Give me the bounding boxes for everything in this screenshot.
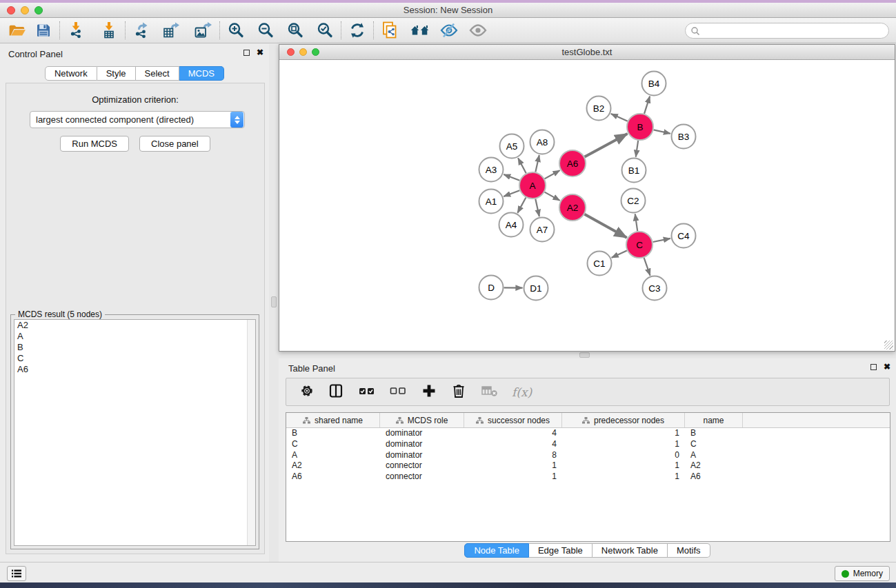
run-mcds-button[interactable]: Run MCDS xyxy=(60,136,129,152)
import-network-icon[interactable] xyxy=(66,21,86,40)
node-C2[interactable]: C2 xyxy=(621,189,646,213)
edge-A-A2[interactable] xyxy=(545,192,560,201)
table-cell[interactable]: 1 xyxy=(562,428,685,439)
export-image-icon[interactable] xyxy=(193,21,214,40)
export-table-icon[interactable] xyxy=(161,21,182,40)
node-B1[interactable]: B1 xyxy=(622,159,646,183)
edge-A-A6[interactable] xyxy=(545,170,560,179)
table-cell[interactable]: connector xyxy=(380,472,464,483)
table-cell[interactable]: dominator xyxy=(380,439,464,450)
show-tasks-button[interactable] xyxy=(7,566,26,581)
save-session-icon[interactable] xyxy=(33,21,54,40)
edge-A-A1[interactable] xyxy=(504,190,519,196)
apply-layout-refresh-icon[interactable] xyxy=(347,21,368,40)
table-row[interactable]: Cdominator41C xyxy=(286,439,890,450)
mcds-result-item[interactable]: A xyxy=(14,331,255,342)
table-cell[interactable]: B xyxy=(286,428,380,439)
node-B2[interactable]: B2 xyxy=(587,97,611,121)
node-B3[interactable]: B3 xyxy=(672,125,696,149)
node-C1[interactable]: C1 xyxy=(588,252,612,276)
column-header-shared-name[interactable]: shared name xyxy=(286,413,380,427)
edge-C-C2[interactable] xyxy=(635,214,637,231)
tab-network[interactable]: Network xyxy=(45,66,97,81)
edge-C-C4[interactable] xyxy=(653,239,670,242)
network-window-titlebar[interactable]: testGlobe.txt xyxy=(279,45,895,60)
table-cell[interactable]: A xyxy=(286,450,380,461)
table-cell[interactable]: connector xyxy=(380,460,464,472)
clone-network-icon[interactable] xyxy=(379,21,400,40)
column-header-successor-nodes[interactable]: successor nodes xyxy=(464,413,562,427)
table-cell[interactable]: 4 xyxy=(464,428,562,439)
edge-A6-B[interactable] xyxy=(585,134,628,156)
resize-grip[interactable] xyxy=(884,341,893,349)
deselect-all-icon[interactable] xyxy=(390,385,406,400)
table-cell[interactable]: C xyxy=(685,439,743,450)
edge-A-A3[interactable] xyxy=(504,174,519,181)
table-row[interactable]: Adominator80A xyxy=(286,450,890,461)
memory-button[interactable]: Memory xyxy=(835,566,890,581)
hide-graphics-details-icon[interactable] xyxy=(468,21,488,40)
tab-motifs[interactable]: Motifs xyxy=(668,543,710,558)
table-cell[interactable]: A6 xyxy=(286,472,380,483)
network-canvas[interactable]: B4B2BB3A8A5A6A3B1AC2A1A2A4A7C4CC1DD1C3 xyxy=(280,60,894,350)
node-A[interactable]: A xyxy=(519,172,546,199)
tab-select[interactable]: Select xyxy=(136,66,179,81)
edge-A-A4[interactable] xyxy=(517,198,526,213)
table-cell[interactable]: A2 xyxy=(286,460,380,472)
edge-C-C1[interactable] xyxy=(612,250,627,257)
node-A8[interactable]: A8 xyxy=(530,130,555,154)
edge-A-A8[interactable] xyxy=(535,155,539,172)
table-cell[interactable]: 1 xyxy=(464,472,562,483)
table-cell[interactable]: 1 xyxy=(464,460,562,472)
edge-B-B3[interactable] xyxy=(654,130,670,133)
table-cell[interactable]: B xyxy=(685,428,743,439)
table-cell[interactable]: 8 xyxy=(464,450,562,461)
node-A5[interactable]: A5 xyxy=(500,134,524,159)
node-D[interactable]: D xyxy=(479,276,504,300)
edge-A-A5[interactable] xyxy=(518,158,526,173)
node-D1[interactable]: D1 xyxy=(524,276,548,301)
table-cell[interactable]: 1 xyxy=(562,439,685,450)
table-row[interactable]: Bdominator41B xyxy=(286,428,890,439)
node-C3[interactable]: C3 xyxy=(643,276,667,301)
mcds-result-item[interactable]: A2 xyxy=(14,320,255,331)
edge-B-B1[interactable] xyxy=(636,141,638,157)
node-C4[interactable]: C4 xyxy=(672,224,696,248)
float-panel-icon[interactable] xyxy=(243,50,250,56)
tab-style[interactable]: Style xyxy=(97,66,136,81)
show-columns-icon[interactable] xyxy=(328,383,344,401)
edge-B-B4[interactable] xyxy=(644,97,650,114)
export-network-icon[interactable] xyxy=(131,21,152,40)
splitter-handle[interactable] xyxy=(271,296,277,307)
close-panel-button[interactable]: Close panel xyxy=(139,136,210,152)
table-cell[interactable]: 0 xyxy=(562,450,685,461)
edge-B-B2[interactable] xyxy=(611,114,628,121)
first-neighbors-icon[interactable] xyxy=(410,21,430,40)
node-A3[interactable]: A3 xyxy=(479,158,504,182)
edge-A2-C[interactable] xyxy=(584,214,626,238)
select-all-icon[interactable] xyxy=(359,385,375,400)
delete-table-icon[interactable] xyxy=(481,384,499,401)
node-A2[interactable]: A2 xyxy=(559,194,586,221)
column-header-name[interactable]: name xyxy=(685,413,743,427)
add-column-icon[interactable] xyxy=(421,383,437,401)
show-graphics-details-icon[interactable] xyxy=(439,21,459,40)
list-scrollbar[interactable] xyxy=(247,320,255,545)
mcds-result-item[interactable]: C xyxy=(14,353,255,364)
table-cell[interactable]: dominator xyxy=(380,428,464,439)
tab-mcds[interactable]: MCDS xyxy=(179,66,224,81)
edge-C-C3[interactable] xyxy=(644,258,650,276)
mcds-result-item[interactable]: A6 xyxy=(14,364,255,375)
tab-edge-table[interactable]: Edge Table xyxy=(529,543,593,558)
table-row[interactable]: A6connector11A6 xyxy=(286,472,890,483)
horizontal-splitter[interactable] xyxy=(279,352,896,358)
column-header-predecessor-nodes[interactable]: predecessor nodes xyxy=(562,413,685,427)
zoom-fit-icon[interactable] xyxy=(285,21,306,40)
open-session-icon[interactable] xyxy=(7,21,28,40)
zoom-selected-icon[interactable] xyxy=(315,21,335,40)
vertical-splitter[interactable] xyxy=(269,44,279,562)
table-cell[interactable]: 4 xyxy=(464,439,562,450)
table-cell[interactable]: A xyxy=(685,450,743,461)
column-header-MCDS-role[interactable]: MCDS role xyxy=(380,413,464,427)
close-panel-icon[interactable]: ✖ xyxy=(257,49,263,56)
